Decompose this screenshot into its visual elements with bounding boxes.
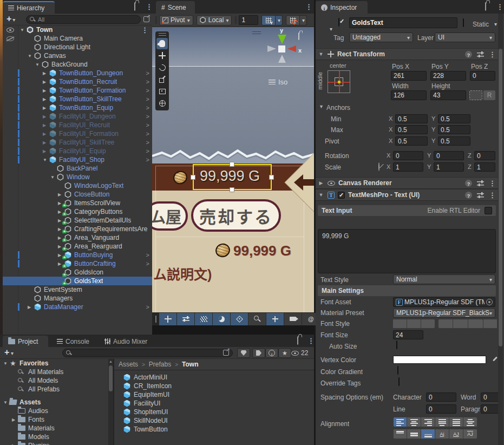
char-spacing-field[interactable]: 0 <box>426 392 456 402</box>
hierarchy-item[interactable]: ▶ + SelectItemDetailUIs <box>3 216 152 225</box>
font-style-button[interactable] <box>407 319 421 329</box>
scale-y-field[interactable]: 1 <box>434 162 464 172</box>
orientation-gizmo[interactable]: y x <box>255 30 309 68</box>
hierarchy-item[interactable]: + GoldsIcon <box>3 268 152 277</box>
hierarchy-item[interactable]: ▶ FacilityUI_SkillTree > <box>3 138 152 147</box>
prefab-chevron-icon[interactable]: > <box>146 122 149 128</box>
prefab-chevron-icon[interactable]: > <box>146 70 149 76</box>
hierarchy-item[interactable]: ▶ CloseButton <box>3 190 152 199</box>
project-tree-item[interactable]: Models <box>0 433 108 441</box>
prefab-chevron-icon[interactable]: > <box>146 260 149 267</box>
scene-view-option-button[interactable] <box>248 313 266 325</box>
projection-toggle[interactable]: Iso <box>269 78 287 86</box>
open-search-window-icon[interactable] <box>223 350 229 356</box>
search-by-label-button[interactable] <box>252 348 265 358</box>
text-value-textarea[interactable]: 99,999 G <box>318 229 496 273</box>
scene-view-option-button[interactable] <box>159 313 177 325</box>
hierarchy-item[interactable]: WindowLogoText <box>3 181 152 190</box>
pos-z-field[interactable]: 0 <box>470 71 495 81</box>
align-left-button[interactable] <box>393 417 407 427</box>
scene-tool-button[interactable] <box>156 74 168 85</box>
align-geometry-button[interactable] <box>463 417 477 427</box>
presets-icon[interactable] <box>477 192 484 198</box>
hierarchy-item[interactable]: ▶ + ButtonCrafting > <box>3 259 152 268</box>
overlay-drag-handle[interactable] <box>159 33 166 36</box>
hierarchy-item[interactable]: ▶ DataManager > <box>3 303 152 311</box>
gizmo-center-cube[interactable] <box>278 45 285 53</box>
object-picker-icon[interactable] <box>486 299 493 305</box>
align-bottom-button[interactable] <box>421 429 435 439</box>
open-search-window-icon[interactable] <box>143 16 149 22</box>
layer-dropdown[interactable]: UI <box>435 32 495 42</box>
eye-off-icon[interactable] <box>6 36 14 41</box>
align-capline-button[interactable]: AJ <box>463 429 477 439</box>
inspector-scrollbar[interactable] <box>498 14 503 445</box>
hierarchy-item[interactable]: BackPanel <box>3 164 152 173</box>
override-tags-checkbox[interactable] <box>398 377 400 386</box>
scene-tool-button[interactable] <box>156 86 168 97</box>
hierarchy-item[interactable]: ▶ TownButton_Formation > <box>3 86 152 95</box>
foldout-arrow-icon[interactable]: ▼ <box>28 54 34 58</box>
foldout-arrow-icon[interactable]: ▶ <box>43 88 49 93</box>
caret-down-icon[interactable] <box>330 25 332 32</box>
scene-tool-button[interactable] <box>156 38 168 49</box>
hierarchy-item[interactable]: ▶ + CategoryButtons <box>3 207 152 216</box>
help-icon[interactable] <box>465 180 472 187</box>
create-plus-icon[interactable] <box>4 349 9 357</box>
project-tree-item[interactable]: ▼ Assets <box>0 398 108 407</box>
foldout-arrow-icon[interactable]: ▶ <box>43 149 49 154</box>
rotation-y-field[interactable]: 0 <box>434 151 464 160</box>
scene-view-option-button[interactable] <box>231 313 248 325</box>
project-tree-item[interactable]: Audios <box>0 407 108 415</box>
gizmo-neg-x-cone[interactable] <box>267 45 276 52</box>
prefab-chevron-icon[interactable]: > <box>146 156 149 163</box>
paragraph-spacing-field[interactable]: 0 <box>481 404 500 414</box>
kebab-icon[interactable] <box>141 26 148 34</box>
foldout-arrow-icon[interactable]: ▶ <box>43 123 49 128</box>
rotation-z-field[interactable]: 0 <box>474 151 495 160</box>
project-tree-item[interactable]: ▶ Fonts <box>0 415 108 424</box>
gizmo-lock-icon[interactable] <box>298 33 299 40</box>
font-asset-field[interactable]: F MPLUS1p-Regular SDF (TMP <box>393 297 495 307</box>
create-plus-icon[interactable] <box>6 15 11 23</box>
rtl-checkbox[interactable] <box>485 207 492 214</box>
kebab-icon[interactable] <box>489 179 496 187</box>
foldout-arrow-icon[interactable]: ▼ <box>319 104 324 109</box>
raw-edit-button[interactable]: R <box>483 90 495 100</box>
font-style-button[interactable] <box>483 319 498 329</box>
hierarchy-search-input[interactable]: All <box>26 15 141 24</box>
save-search-button[interactable] <box>278 348 291 358</box>
hierarchy-item[interactable]: Main Camera <box>3 34 152 43</box>
scene-view-option-button[interactable] <box>266 313 284 325</box>
hierarchy-item[interactable]: ▶ + CraftingRequirementsAre <box>3 225 152 233</box>
scene-view-option-button[interactable] <box>213 313 231 325</box>
foldout-arrow-icon[interactable]: ▶ <box>43 132 49 136</box>
caret-down-icon[interactable] <box>11 349 14 357</box>
foldout-arrow-icon[interactable]: ▼ <box>318 51 324 57</box>
help-icon[interactable] <box>465 192 472 199</box>
hierarchy-item[interactable]: ▶ TownButton_Equip > <box>3 103 152 112</box>
hierarchy-item[interactable]: ▼ Window <box>3 173 152 181</box>
project-tree-item[interactable]: Materials <box>0 424 108 433</box>
foldout-arrow-icon[interactable]: ▶ <box>43 80 49 84</box>
selection-handle[interactable] <box>269 175 274 180</box>
selection-handle[interactable] <box>230 162 234 167</box>
search-by-type-button[interactable] <box>237 348 250 358</box>
kebab-icon[interactable] <box>307 337 315 345</box>
align-justify-button[interactable] <box>435 417 449 427</box>
hidden-items-count[interactable]: 22 <box>291 349 308 357</box>
lock-icon[interactable] <box>485 2 486 11</box>
grid-size-field[interactable]: 1 <box>239 15 258 25</box>
kebab-icon[interactable] <box>496 3 503 11</box>
presets-icon[interactable] <box>477 180 484 186</box>
project-tree-item[interactable]: All Materials <box>0 368 108 376</box>
tab-console[interactable]: Console <box>51 336 95 347</box>
foldout-arrow-icon[interactable]: ▼ <box>50 175 57 180</box>
tab-project[interactable]: Project <box>3 336 48 347</box>
prefab-chevron-icon[interactable]: > <box>146 87 149 94</box>
breadcrumb-assets[interactable]: Assets <box>119 361 138 368</box>
align-midline-button[interactable]: AJ <box>449 429 463 439</box>
hierarchy-item[interactable]: ▶ + ButtonBuying > <box>3 251 152 259</box>
project-tree-item[interactable]: All Models <box>0 376 108 385</box>
hierarchy-item[interactable]: ▶ TownButton_Recruit > <box>3 77 152 86</box>
